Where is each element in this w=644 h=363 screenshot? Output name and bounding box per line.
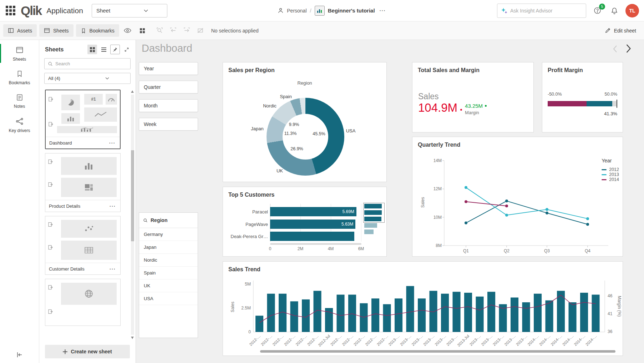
data-point[interactable] (505, 205, 508, 207)
filter-month[interactable]: Month (139, 99, 198, 112)
bar[interactable] (476, 297, 484, 332)
insight-advisor-input[interactable] (510, 8, 582, 14)
bar[interactable] (383, 304, 391, 332)
bar[interactable] (592, 294, 600, 332)
chart-scrollbar[interactable] (270, 243, 361, 245)
sheet-menu-button[interactable]: ⋯ (108, 265, 117, 273)
region-listbox-header[interactable]: Region (139, 213, 198, 228)
sheets-button[interactable]: Sheets (39, 24, 73, 37)
sheet-card-partial[interactable] (45, 279, 121, 326)
pin-panel-button[interactable] (110, 45, 120, 54)
bar[interactable] (337, 294, 345, 332)
legend-item[interactable]: 2014 (602, 177, 619, 182)
total-sales-margin-kpi[interactable]: Total Sales and Margin Sales 104.9M 43.2… (412, 62, 534, 132)
region-value-usa[interactable]: USA (139, 292, 198, 305)
app-icon[interactable] (315, 6, 325, 16)
bar[interactable] (534, 294, 542, 332)
data-point[interactable] (465, 186, 467, 189)
sheet-type-dropdown[interactable]: Sheet (92, 4, 167, 17)
sheet-card-dashboard[interactable]: #1 Dashboard ⋯ (45, 90, 121, 149)
bar[interactable] (371, 298, 379, 332)
sheet-menu-button[interactable]: ⋯ (108, 202, 117, 210)
user-avatar[interactable]: TL (625, 4, 639, 17)
bar[interactable] (580, 293, 588, 332)
scrollbar-thumb[interactable] (131, 150, 134, 241)
region-value-nordic[interactable]: Nordic (139, 254, 198, 267)
data-point[interactable] (505, 214, 508, 217)
chart-minimap[interactable] (364, 204, 384, 242)
next-sheet-button[interactable] (625, 44, 632, 54)
profit-margin-gauge[interactable]: Profit Margin -50.0% 50.0% 41.3% (542, 62, 623, 132)
edit-sheet-button[interactable]: Edit sheet (600, 24, 641, 37)
qlik-logo[interactable]: Qlik (21, 4, 41, 17)
clear-selections-button[interactable] (194, 25, 207, 37)
bar[interactable] (522, 302, 530, 332)
help-button[interactable]: 5 (591, 5, 603, 17)
space-label[interactable]: Personal (287, 8, 306, 14)
data-point[interactable] (465, 222, 467, 225)
bar[interactable] (464, 293, 472, 332)
trend-line[interactable] (466, 187, 588, 218)
donut-chart[interactable] (267, 98, 344, 176)
bookmarks-button[interactable]: Bookmarks (76, 24, 119, 37)
line-chart-plot[interactable] (412, 137, 623, 257)
rail-item-bookmarks[interactable]: Bookmarks (0, 67, 39, 88)
list-view-toggle[interactable] (99, 45, 108, 54)
bar[interactable] (270, 232, 354, 241)
step-back-button[interactable] (167, 25, 179, 37)
bar[interactable] (418, 298, 426, 332)
bar[interactable] (314, 291, 321, 332)
scroll-up-icon[interactable] (131, 90, 134, 93)
search-selections-button[interactable] (154, 25, 166, 37)
bar[interactable] (290, 301, 298, 332)
sheet-card-customer-details[interactable]: Customer Details ⋯ (45, 216, 121, 275)
app-title[interactable]: Beginner's tutorial (328, 7, 375, 14)
data-point[interactable] (505, 200, 508, 202)
bar[interactable]: 5.69M (270, 207, 356, 216)
margin-line[interactable] (259, 295, 596, 323)
assets-button[interactable]: Assets (3, 24, 37, 37)
app-menu-button[interactable]: ⋯ (378, 7, 387, 14)
panel-scrollbar[interactable] (131, 90, 134, 339)
previous-sheet-button[interactable] (613, 45, 618, 53)
sheet-search[interactable] (44, 58, 131, 69)
collapse-panel-button[interactable] (0, 351, 39, 359)
legend-item[interactable]: 2012 (602, 167, 619, 172)
rail-item-key-drivers[interactable]: Key drivers (0, 114, 39, 136)
bar[interactable] (255, 316, 263, 332)
rail-item-notes[interactable]: Notes (0, 90, 39, 111)
sheet-search-input[interactable] (55, 61, 127, 66)
sheet-card-product-details[interactable]: Product Details ⋯ (45, 153, 121, 212)
minimap-viewport[interactable] (363, 203, 385, 223)
bar[interactable] (267, 294, 275, 332)
bar[interactable] (348, 294, 356, 332)
canvas-horizontal-scrollbar[interactable] (260, 350, 615, 353)
bar[interactable] (406, 286, 414, 332)
insight-advisor-search[interactable] (497, 4, 586, 18)
expand-panel-button[interactable] (122, 45, 131, 54)
data-point[interactable] (586, 217, 589, 220)
bar[interactable] (453, 292, 461, 332)
data-point[interactable] (465, 200, 467, 203)
bar[interactable] (487, 292, 495, 332)
region-value-spain[interactable]: Spain (139, 267, 198, 279)
bar[interactable] (441, 294, 449, 332)
data-point[interactable] (586, 223, 589, 226)
bar[interactable]: 5.63M (270, 220, 355, 229)
create-new-sheet-button[interactable]: Create new sheet (45, 345, 130, 358)
region-value-uk[interactable]: UK (139, 279, 198, 292)
sheet-menu-button[interactable]: ⋯ (108, 139, 116, 147)
filter-quarter[interactable]: Quarter (139, 81, 198, 94)
insights-eye-button[interactable] (122, 25, 134, 37)
app-launcher-icon[interactable] (5, 5, 16, 16)
filter-year[interactable]: Year (139, 62, 198, 75)
grid-view-toggle[interactable] (87, 45, 97, 54)
region-value-japan[interactable]: Japan (139, 241, 198, 254)
region-value-germany[interactable]: Germany (139, 228, 198, 241)
step-forward-button[interactable] (181, 25, 193, 37)
rail-item-sheets[interactable]: Sheets (0, 42, 39, 64)
scroll-down-icon[interactable] (131, 337, 134, 339)
grid-view-button[interactable] (136, 25, 148, 37)
notifications-button[interactable] (608, 5, 620, 17)
combo-chart-plot[interactable]: 2012-…2012-…2012-…2012-…2012-…2012-…2012… (223, 262, 623, 356)
